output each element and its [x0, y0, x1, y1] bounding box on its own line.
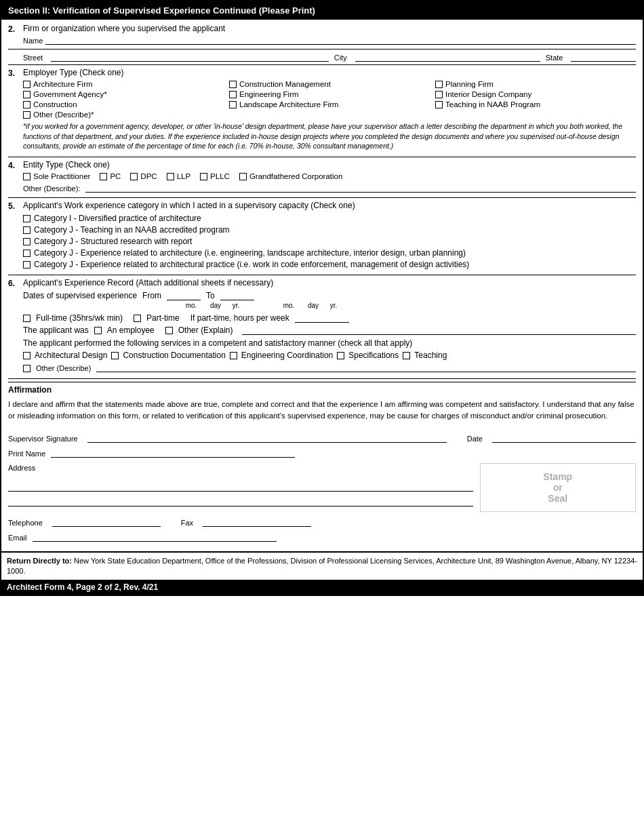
employer-other-checkbox[interactable]: [23, 111, 31, 119]
services-other-input[interactable]: [96, 363, 636, 372]
category-j-research-label: Category J - Structured research with re…: [34, 237, 192, 246]
entity-sole-practitioner: Sole Practitioner: [23, 172, 90, 180]
employer-construction: Construction: [23, 100, 224, 108]
sole-practitioner-checkbox[interactable]: [23, 173, 31, 180]
telephone-input[interactable]: [52, 517, 161, 527]
supervisor-sig-input[interactable]: [87, 433, 447, 443]
employer-other: Other (Describe)*: [23, 111, 636, 119]
category-i-checkbox[interactable]: [23, 215, 31, 222]
pc-checkbox[interactable]: [100, 173, 107, 180]
construction-mgmt-checkbox[interactable]: [229, 81, 237, 88]
government-agency-checkbox[interactable]: [23, 91, 31, 98]
form-label-text: Architect Form 4, Page 2 of 2, Rev. 4/21: [7, 582, 158, 592]
supervisor-sig-label: Supervisor Signature: [8, 435, 78, 443]
interior-design-checkbox[interactable]: [435, 91, 443, 98]
specifications-checkbox[interactable]: [337, 352, 344, 359]
print-name-input[interactable]: [51, 448, 295, 458]
entity-llp: LLP: [167, 172, 190, 180]
city-input[interactable]: [355, 52, 540, 62]
entity-other-input[interactable]: [85, 183, 636, 193]
section-header: Section II: Verification of Supervised E…: [1, 1, 643, 20]
street-label: Street: [23, 54, 43, 62]
date-input[interactable]: [492, 433, 636, 443]
parttime-checkbox[interactable]: [134, 315, 141, 322]
return-text: New York State Education Department, Off…: [7, 557, 637, 575]
employee-checkbox[interactable]: [94, 327, 102, 334]
category-j-research-checkbox[interactable]: [23, 238, 31, 245]
planning-firm-checkbox[interactable]: [435, 81, 443, 88]
to-mo-label: mo.: [277, 302, 301, 309]
to-field[interactable]: [220, 291, 254, 300]
employer-architecture-firm: Architecture Firm: [23, 80, 224, 88]
employer-landscape-arch: Landscape Architecture Firm: [229, 100, 430, 108]
address-line1-input[interactable]: [8, 482, 473, 492]
category-j-experience-practice-label: Category J - Experience related to archi…: [34, 260, 469, 269]
teaching-label: Teaching: [414, 351, 447, 360]
street-input[interactable]: [51, 52, 328, 62]
section5-title: Applicant's Work experience category in …: [23, 201, 636, 210]
section2-number: 2.: [8, 24, 23, 34]
category-j-experience-arch-checkbox[interactable]: [23, 250, 31, 257]
entity-grandfathered: Grandfathered Corporation: [239, 172, 342, 180]
state-input[interactable]: [571, 52, 636, 62]
llp-checkbox[interactable]: [167, 173, 174, 180]
other-explain-checkbox[interactable]: [165, 327, 173, 334]
entity-pllc: PLLC: [200, 172, 230, 180]
fax-input[interactable]: [203, 517, 311, 527]
state-label: State: [546, 54, 563, 62]
stamp-line3: Seal: [548, 493, 567, 504]
print-name-label: Print Name: [8, 450, 45, 458]
pllc-checkbox[interactable]: [200, 173, 207, 180]
grandfathered-checkbox[interactable]: [239, 173, 247, 180]
date-label: Date: [467, 435, 483, 443]
section3-note: *if you worked for a government agency, …: [23, 121, 636, 151]
to-day-label: day: [304, 302, 323, 309]
category-i-label: Category I - Diversified practice of arc…: [34, 214, 201, 223]
name-label: Name: [23, 37, 43, 45]
fax-label: Fax: [181, 519, 193, 527]
landscape-arch-checkbox[interactable]: [229, 101, 237, 108]
interior-design-label: Interior Design Company: [445, 90, 531, 98]
affirmation-text: I declare and affirm that the statements…: [8, 399, 636, 422]
teaching-naab-checkbox[interactable]: [435, 101, 443, 108]
architecture-firm-label: Architecture Firm: [33, 80, 93, 88]
eng-coord-checkbox[interactable]: [230, 352, 237, 359]
engineering-firm-checkbox[interactable]: [229, 91, 237, 98]
email-label: Email: [8, 534, 27, 542]
eng-coord-label: Engineering Coordination: [241, 351, 333, 360]
from-field[interactable]: [167, 291, 201, 300]
fulltime-checkbox[interactable]: [23, 315, 31, 322]
to-yr-label: yr.: [325, 302, 342, 309]
address-line2-input[interactable]: [8, 497, 473, 507]
category-j-experience-arch: Category J - Experience related to archi…: [23, 248, 636, 258]
services-label: The applicant performed the following se…: [23, 338, 636, 348]
construction-checkbox[interactable]: [23, 101, 31, 108]
section3-number: 3.: [8, 68, 23, 78]
name-input[interactable]: [45, 35, 636, 45]
category-j-experience-practice-checkbox[interactable]: [23, 261, 31, 269]
construction-doc-checkbox[interactable]: [111, 352, 119, 359]
employer-other-label: Other (Describe)*: [33, 111, 94, 119]
section6-title: Applicant's Experience Record (Attach ad…: [23, 278, 636, 287]
architecture-firm-checkbox[interactable]: [23, 81, 31, 88]
to-label: To: [206, 291, 215, 300]
services-other-checkbox[interactable]: [23, 365, 31, 372]
employer-construction-mgmt: Construction Management: [229, 80, 430, 88]
entity-pc: PC: [100, 172, 121, 180]
employer-teaching-naab: Teaching in NAAB Program: [435, 100, 636, 108]
fulltime-label: Full-time (35hrs/wk min): [36, 313, 123, 323]
category-j-teaching-checkbox[interactable]: [23, 226, 31, 234]
category-i: Category I - Diversified practice of arc…: [23, 214, 636, 223]
arch-design-checkbox[interactable]: [23, 352, 31, 359]
teaching-checkbox[interactable]: [403, 352, 410, 359]
llp-label: LLP: [177, 172, 190, 180]
from-day-label: day: [206, 302, 225, 309]
other-explain-input[interactable]: [242, 325, 636, 335]
city-label: City: [334, 54, 347, 62]
stamp-line1: Stamp: [543, 471, 572, 482]
email-input[interactable]: [33, 532, 277, 542]
specifications-label: Specifications: [348, 351, 399, 360]
pllc-label: PLLC: [210, 172, 230, 180]
hrs-per-week-input[interactable]: [295, 314, 349, 323]
dpc-checkbox[interactable]: [130, 173, 138, 180]
